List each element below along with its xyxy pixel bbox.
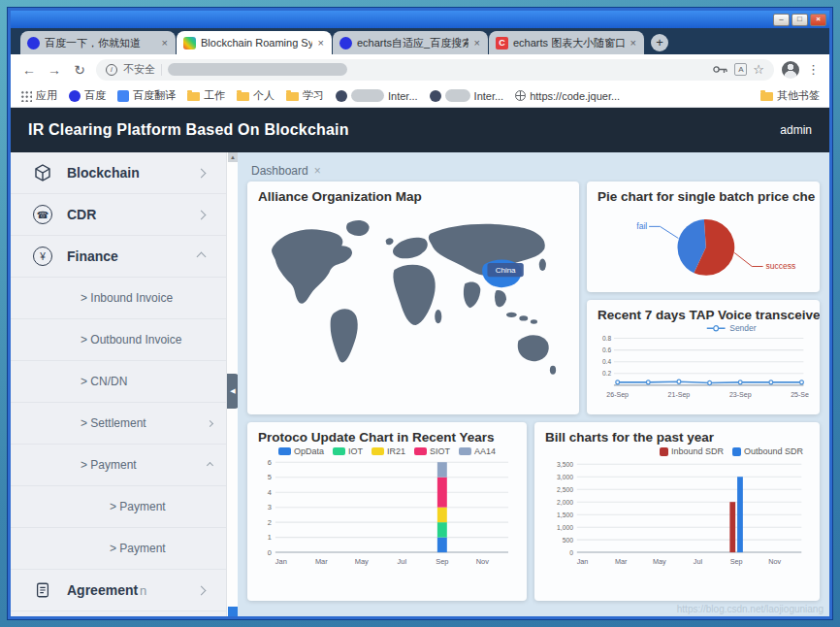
- sidebar-item-clipped[interactable]: [11, 611, 226, 616]
- other-bookmarks[interactable]: 其他书签: [760, 88, 820, 103]
- tab-echarts-search[interactable]: echarts自适应_百度搜索 ×: [333, 31, 488, 54]
- blurred-text: [351, 89, 384, 102]
- scrollbar-thumb[interactable]: [228, 607, 238, 616]
- legend-item[interactable]: Inbound SDR: [660, 446, 724, 456]
- legend-item[interactable]: OpData: [278, 446, 324, 456]
- translate-icon[interactable]: A: [734, 63, 747, 76]
- sidebar-scrollbar[interactable]: ▲ ◀: [226, 152, 238, 616]
- svg-text:Sep: Sep: [730, 557, 743, 566]
- sidebar-item-settlement[interactable]: > Settlement: [11, 403, 226, 445]
- map-card: Alliance Organization Map: [247, 182, 579, 414]
- chevron-up-icon: [207, 461, 213, 468]
- sidebar-item-cndn[interactable]: > CN/DN: [11, 361, 226, 403]
- legend-label: IR21: [387, 446, 405, 456]
- watermark: https://blog.csdn.net/laojioguniang: [677, 604, 824, 614]
- legend-label: Inbound SDR: [671, 446, 724, 456]
- scroll-up-icon[interactable]: ▲: [228, 152, 238, 162]
- bookmark-folder-study[interactable]: 学习: [286, 88, 324, 103]
- bill-bar-card: Bill charts for the past year Inbound SD…: [534, 422, 820, 601]
- bookmark-blurred-2[interactable]: Inter...: [430, 89, 504, 102]
- bookmark-baidu[interactable]: 百度: [69, 88, 106, 103]
- tab-blockchain-roaming[interactable]: Blockchain Roaming Sys ×: [177, 31, 332, 54]
- legend-swatch: [333, 447, 345, 455]
- bookmark-blurred-1[interactable]: Inter...: [336, 89, 418, 102]
- bookmark-folder-personal[interactable]: 个人: [237, 88, 275, 103]
- back-icon[interactable]: ←: [20, 62, 38, 78]
- svg-text:success: success: [765, 261, 795, 271]
- svg-text:0.6: 0.6: [602, 346, 611, 353]
- sidebar-item-cdr[interactable]: ☎ CDR: [11, 194, 226, 236]
- user-menu[interactable]: admin: [780, 123, 812, 137]
- tab-title: echarts自适应_百度搜索: [357, 36, 468, 50]
- svg-text:3,500: 3,500: [557, 461, 573, 468]
- legend-swatch: [278, 447, 291, 455]
- tab-close-icon[interactable]: ×: [317, 37, 325, 49]
- legend-label: OpData: [294, 446, 324, 456]
- key-icon[interactable]: [713, 65, 728, 74]
- legend-item[interactable]: SIOT: [414, 446, 450, 456]
- address-bar[interactable]: i 不安全 A ☆: [96, 59, 774, 81]
- bookmark-star-icon[interactable]: ☆: [753, 62, 764, 77]
- svg-text:3,000: 3,000: [557, 474, 573, 480]
- svg-text:1,500: 1,500: [557, 512, 573, 518]
- breadcrumb-close-icon[interactable]: ×: [314, 164, 321, 178]
- sidebar-item-outbound-invoice[interactable]: > Outbound Invoice: [11, 319, 226, 361]
- legend-item[interactable]: AA14: [459, 446, 496, 456]
- tab-close-icon[interactable]: ×: [630, 37, 637, 49]
- bookmark-jquery[interactable]: https://code.jquer...: [515, 90, 620, 102]
- svg-text:Nov: Nov: [768, 557, 781, 566]
- blurred-url: [168, 63, 347, 76]
- tab-close-icon[interactable]: ×: [473, 37, 481, 49]
- sidebar-item-finance[interactable]: ¥ Finance: [11, 236, 226, 278]
- tab-baidu-home[interactable]: 百度一下，你就知道 ×: [20, 31, 176, 54]
- browser-menu-icon[interactable]: ⋮: [807, 62, 820, 77]
- translate-site-icon: [117, 90, 129, 102]
- svg-text:500: 500: [563, 537, 573, 544]
- sidebar-item-label: > Payment: [110, 542, 166, 555]
- legend-item[interactable]: IOT: [333, 446, 363, 456]
- tab-close-icon[interactable]: ×: [161, 37, 169, 49]
- site-icon: [336, 90, 347, 102]
- card-title: Bill charts for the past year: [545, 430, 809, 445]
- sidebar-item-payment[interactable]: > Payment: [11, 445, 226, 486]
- legend-swatch: [732, 447, 741, 456]
- chevron-right-icon: [197, 168, 207, 178]
- bill-legend: Inbound SDROutbound SDR: [545, 446, 803, 456]
- legend-item[interactable]: Outbound SDR: [732, 446, 803, 456]
- sidebar-item-payment-child[interactable]: > Payment: [11, 528, 226, 570]
- svg-text:Jan: Jan: [275, 557, 287, 566]
- minimize-button[interactable]: –: [773, 14, 790, 26]
- sidebar-item-agreement[interactable]: Notification Agreement: [11, 570, 226, 611]
- bookmark-apps[interactable]: 应用: [20, 88, 57, 103]
- info-icon[interactable]: i: [106, 64, 117, 76]
- reload-icon[interactable]: ↻: [71, 62, 88, 78]
- maximize-button[interactable]: □: [792, 14, 808, 26]
- tab-csdn-article[interactable]: C echarts 图表大小随窗口变 ×: [489, 31, 644, 54]
- profile-avatar[interactable]: [782, 61, 799, 79]
- bookmark-baidu-translate[interactable]: 百度翻译: [117, 88, 176, 103]
- apps-grid-icon: [20, 90, 32, 102]
- sidebar-item-inbound-invoice[interactable]: > Inbound Invoice: [11, 278, 226, 319]
- sidebar-item-label: > Inbound Invoice: [81, 291, 173, 305]
- new-tab-button[interactable]: +: [651, 34, 668, 51]
- sidebar-item-label: CDR: [67, 207, 98, 222]
- svg-text:Jan: Jan: [577, 557, 589, 566]
- close-button[interactable]: ×: [810, 14, 826, 26]
- stacked-legend: OpDataIOTIR21SIOTAA14: [258, 446, 516, 456]
- bookmark-folder-work[interactable]: 工作: [187, 88, 225, 103]
- sidebar-item-payment-child[interactable]: > Payment: [11, 486, 226, 528]
- sidebar-item-blockchain[interactable]: Blockchain: [11, 152, 226, 194]
- bookmark-label: https://code.jquer...: [530, 90, 620, 102]
- bookmark-label: 百度: [84, 88, 106, 103]
- legend-item[interactable]: IR21: [372, 446, 405, 456]
- breadcrumb[interactable]: Dashboard ×: [251, 160, 820, 182]
- bookmark-label: 个人: [253, 88, 275, 103]
- svg-text:26-Sep: 26-Sep: [606, 390, 629, 399]
- sidebar-item-label: Finance: [67, 248, 120, 264]
- legend-swatch: [372, 447, 384, 455]
- forward-icon[interactable]: →: [46, 62, 63, 78]
- folder-icon: [187, 92, 200, 101]
- security-label: 不安全: [123, 62, 155, 77]
- svg-text:Sender: Sender: [729, 323, 756, 334]
- legend-label: SIOT: [430, 446, 450, 456]
